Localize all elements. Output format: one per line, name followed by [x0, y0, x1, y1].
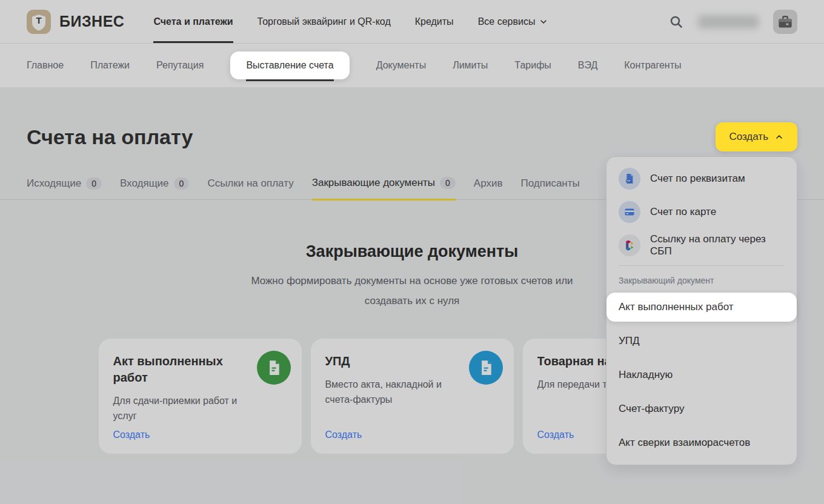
tab-outgoing[interactable]: Исходящие 0	[27, 177, 102, 199]
menu-section-label: Закрывающий документ	[606, 266, 797, 287]
page-head: Счета на оплату Создать	[0, 87, 824, 151]
svg-text:PDF: PDF	[626, 179, 631, 182]
sbp-logo-icon	[619, 234, 640, 256]
top-navigation: Счета и платежи Торговый эквайринг и QR-…	[153, 0, 548, 43]
subnav-label: ВЭД	[578, 60, 597, 70]
tab-archive[interactable]: Архив	[474, 177, 503, 199]
tab-payment-links[interactable]: Ссылки на оплату	[207, 177, 293, 199]
subnav-item-limits[interactable]: Лимиты	[453, 60, 488, 71]
menu-item-label: УПД	[619, 335, 640, 347]
tab-label: Входящие	[120, 177, 169, 190]
top-nav-item-accounts-payments[interactable]: Счета и платежи	[153, 0, 233, 43]
tab-label: Архив	[474, 177, 503, 190]
page-title: Счета на оплату	[27, 125, 193, 149]
subnav-item-main[interactable]: Главное	[27, 60, 64, 71]
subnav-label: Контрагенты	[624, 60, 681, 70]
subnav-label: Лимиты	[453, 60, 488, 70]
menu-item-label: Акт сверки взаиморасчетов	[619, 437, 750, 449]
subnav-item-documents[interactable]: Документы	[376, 60, 426, 71]
card-create-link[interactable]: Создать	[113, 429, 150, 440]
card-create-link[interactable]: Создать	[537, 429, 574, 440]
logo-text: БИЗНЕС	[59, 13, 124, 30]
card-title: УПД	[325, 353, 447, 370]
menu-item-upd[interactable]: УПД	[606, 324, 797, 358]
menu-item-label: Счет по карте	[650, 206, 716, 218]
menu-item-act-of-completed-works-spotlight[interactable]: Акт выполненных работ	[606, 293, 797, 322]
subnav-item-reputation[interactable]: Репутация	[156, 60, 204, 71]
masked-user-name	[698, 15, 759, 28]
menu-item-sbp-payment-link[interactable]: Ссылку на оплату через СБП	[606, 228, 797, 262]
tab-closing-documents-active[interactable]: Закрывающие документы 0	[312, 177, 456, 201]
top-nav-item-all-services[interactable]: Все сервисы	[478, 0, 549, 43]
logo-letter: Т	[36, 15, 41, 25]
menu-item-label: Накладную	[619, 369, 673, 381]
menu-item-label: Счет по реквизитам	[650, 173, 745, 185]
subnav-item-payments[interactable]: Платежи	[90, 60, 130, 71]
pdf-document-icon: PDF	[619, 168, 640, 190]
subnav-label: Главное	[27, 60, 64, 70]
brand-logo[interactable]: Т БИЗНЕС	[27, 10, 124, 34]
tab-signers[interactable]: Подписанты	[520, 177, 579, 199]
subnav-label: Репутация	[156, 60, 204, 70]
bank-card-icon	[619, 201, 640, 223]
document-icon	[469, 351, 503, 385]
t-shield-logo-icon: Т	[27, 10, 51, 34]
menu-item-label: Ссылку на оплату через СБП	[650, 233, 785, 257]
card-act-of-completed-works[interactable]: Акт выполненных работ Для сдачи-приемки …	[99, 339, 302, 454]
create-dropdown-menu: PDF Счет по реквизитам Счет по карте Ссы…	[606, 156, 797, 465]
subnav-label: Платежи	[90, 60, 130, 70]
menu-item-invoice-by-requisites[interactable]: PDF Счет по реквизитам	[606, 162, 797, 195]
search-icon[interactable]	[669, 15, 683, 29]
subnav-label: Документы	[376, 60, 426, 70]
top-bar-right	[669, 10, 797, 34]
chevron-down-icon	[539, 17, 548, 27]
top-bar: Т БИЗНЕС Счета и платежи Торговый эквайр…	[0, 0, 824, 44]
subnav-item-counterparties[interactable]: Контрагенты	[624, 60, 681, 71]
subnav-item-ved[interactable]: ВЭД	[578, 60, 597, 71]
top-nav-label: Кредиты	[415, 16, 454, 27]
card-title: Акт выполненных работ	[113, 353, 234, 386]
tab-label: Исходящие	[27, 177, 81, 190]
subnav-item-invoicing-active-spotlight[interactable]: Выставление счета	[230, 51, 349, 79]
document-icon	[257, 351, 291, 385]
tab-count-badge: 0	[440, 177, 456, 189]
tab-count-badge: 0	[86, 177, 102, 190]
card-description: Для сдачи-приемки работ и услуг	[113, 393, 253, 423]
top-nav-label: Торговый эквайринг и QR-код	[258, 16, 391, 27]
top-nav-item-acquiring-qr[interactable]: Торговый эквайринг и QR-код	[258, 0, 391, 43]
top-nav-label: Все сервисы	[478, 16, 536, 27]
briefcase-icon	[776, 13, 794, 31]
tab-label: Подписанты	[520, 177, 579, 190]
tab-incoming[interactable]: Входящие 0	[120, 177, 189, 199]
top-nav-item-credits[interactable]: Кредиты	[415, 0, 454, 43]
secondary-navigation: Главное Платежи Репутация Выставление сч…	[0, 44, 824, 87]
menu-item-schet-faktura[interactable]: Счет-фактуру	[606, 392, 797, 426]
menu-item-nakladnaya[interactable]: Накладную	[606, 358, 797, 392]
subnav-label: Тарифы	[514, 60, 551, 70]
tab-count-badge: 0	[174, 177, 190, 190]
top-nav-label: Счета и платежи	[153, 16, 233, 27]
create-button-label: Создать	[729, 131, 768, 143]
chevron-up-icon	[774, 132, 784, 142]
card-description: Вместо акта, накладной и счета-фактуры	[325, 377, 465, 407]
subnav-item-tariffs[interactable]: Тарифы	[514, 60, 551, 71]
menu-item-label: Акт выполненных работ	[619, 301, 734, 313]
create-button[interactable]: Создать	[716, 122, 797, 151]
avatar[interactable]	[773, 10, 797, 34]
tab-label: Ссылки на оплату	[207, 177, 293, 190]
menu-item-label: Счет-фактуру	[619, 403, 684, 415]
menu-item-invoice-by-card[interactable]: Счет по карте	[606, 195, 797, 228]
tab-label: Закрывающие документы	[312, 177, 435, 189]
subnav-label: Выставление счета	[246, 60, 333, 81]
card-upd[interactable]: УПД Вместо акта, накладной и счета-факту…	[311, 339, 514, 454]
card-create-link[interactable]: Создать	[325, 429, 362, 440]
menu-item-akt-sverki[interactable]: Акт сверки взаиморасчетов	[606, 426, 797, 460]
